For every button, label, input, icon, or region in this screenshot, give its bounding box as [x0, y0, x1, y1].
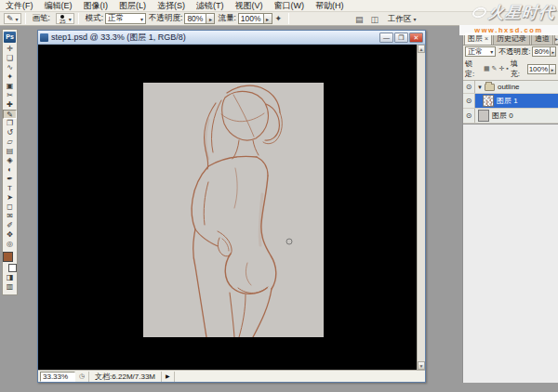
- layer-name[interactable]: 图层 0: [492, 111, 513, 121]
- opacity-input[interactable]: 80%: [184, 13, 206, 24]
- chevron-down-icon: ▾: [16, 16, 19, 22]
- document-content-area[interactable]: ▲ ▼: [38, 45, 425, 370]
- menu-image[interactable]: 图像(I): [78, 0, 114, 12]
- airbrush-toggle-icon[interactable]: ✦: [275, 14, 283, 23]
- gradient-tool[interactable]: ▤: [3, 147, 17, 156]
- flow-spinner[interactable]: ▸: [264, 13, 272, 24]
- brush-cursor: [286, 239, 292, 244]
- marquee-tool[interactable]: ❏: [3, 54, 17, 63]
- lasso-tool[interactable]: ∿: [3, 63, 17, 72]
- visibility-eye-icon[interactable]: ⊙: [463, 81, 475, 93]
- layer-row[interactable]: ⊙ 图层 0: [463, 109, 558, 124]
- layer-thumbnail[interactable]: [483, 95, 494, 107]
- tab-history[interactable]: 历史记录: [493, 32, 530, 45]
- lock-image-icon[interactable]: ✎: [492, 65, 498, 72]
- chevron-down-icon: ▾: [490, 48, 493, 55]
- palette-well-icon[interactable]: ▤: [352, 15, 367, 24]
- menu-view[interactable]: 视图(V): [230, 0, 269, 12]
- brush-preview-icon: 25: [60, 15, 66, 23]
- bridge-icon[interactable]: ◫: [367, 15, 383, 24]
- menu-window[interactable]: 窗口(W): [269, 0, 311, 12]
- folder-icon: [485, 84, 495, 91]
- visibility-eye-icon[interactable]: ⊙: [463, 109, 475, 123]
- healing-brush-tool[interactable]: ✚: [3, 100, 17, 110]
- minimize-button[interactable]: —: [379, 33, 393, 43]
- background-color-swatch[interactable]: [8, 264, 17, 272]
- opacity-spinner[interactable]: ▸: [206, 13, 215, 24]
- tool-options-bar: ✎ ▾ 画笔: 25 ▾ 模式: 正常 ▾ 不透明度: 80% ▸ 流量: 10…: [0, 12, 558, 26]
- history-brush-tool[interactable]: ↺: [3, 128, 17, 137]
- vertical-scrollbar[interactable]: ▲ ▼: [417, 45, 425, 370]
- menu-layer[interactable]: 图层(L): [113, 0, 152, 12]
- document-title-bar[interactable]: step1.psd @ 33.3% (图层 1, RGB/8) — ❐ ✕: [38, 31, 425, 45]
- group-name[interactable]: outline: [498, 83, 520, 91]
- type-tool[interactable]: T: [3, 184, 17, 193]
- visibility-eye-icon[interactable]: ⊙: [463, 94, 475, 108]
- path-selection-tool[interactable]: ➤: [3, 193, 17, 203]
- blend-mode-select[interactable]: 正常 ▾: [105, 13, 146, 24]
- tab-close-icon[interactable]: ×: [485, 35, 488, 42]
- lock-all-icon[interactable]: ▪: [506, 65, 508, 72]
- scroll-up-icon[interactable]: ▲: [418, 45, 425, 53]
- tab-channels[interactable]: 通道: [531, 32, 553, 45]
- status-flyout-button[interactable]: ▶: [161, 372, 175, 382]
- separator: [78, 13, 79, 24]
- screen-mode-icon[interactable]: ▥: [3, 282, 17, 292]
- layer-opacity-spinner[interactable]: ▸: [551, 46, 556, 57]
- quick-mask-icon[interactable]: ◨: [3, 273, 17, 282]
- brush-tool-icon: ✎: [7, 14, 14, 23]
- layer-opacity-input[interactable]: 80%: [532, 46, 551, 57]
- lock-transparency-icon[interactable]: ▦: [484, 65, 490, 72]
- slice-tool[interactable]: ✂: [3, 91, 17, 100]
- tab-layers[interactable]: 图层 ×: [464, 32, 492, 45]
- layer-blend-mode-select[interactable]: 正常 ▾: [465, 46, 496, 57]
- tool-preset-picker[interactable]: ✎ ▾: [4, 13, 21, 24]
- shape-tool[interactable]: ◻: [3, 203, 17, 212]
- blur-tool[interactable]: ◈: [3, 156, 17, 165]
- zoom-tool[interactable]: ◎: [3, 240, 17, 249]
- blend-mode-row: 正常 ▾ 不透明度: 80% ▸: [463, 46, 558, 58]
- notes-tool[interactable]: ✉: [3, 212, 17, 221]
- canvas[interactable]: [143, 83, 324, 337]
- brush-tool[interactable]: ✎: [3, 110, 17, 119]
- foreground-color-swatch[interactable]: [3, 252, 13, 262]
- layer-name[interactable]: 图层 1: [497, 96, 518, 106]
- move-tool[interactable]: ✛: [3, 45, 17, 54]
- clone-stamp-tool[interactable]: ❐: [3, 119, 17, 128]
- close-button[interactable]: ✕: [409, 33, 423, 43]
- zoom-level-input[interactable]: 33.33%: [40, 372, 75, 382]
- scroll-down-icon[interactable]: ▼: [418, 361, 425, 370]
- layer-group-row[interactable]: ⊙ ▼ outline: [463, 81, 558, 94]
- panel-menu-icon[interactable]: ▸: [554, 34, 558, 45]
- group-expander-icon[interactable]: ▼: [477, 85, 483, 90]
- magic-wand-tool[interactable]: ✦: [3, 72, 17, 82]
- menu-help[interactable]: 帮助(H): [310, 0, 350, 12]
- layer-row-selected[interactable]: ⊙ 图层 1: [463, 94, 558, 109]
- restore-button[interactable]: ❐: [394, 33, 408, 43]
- chevron-down-icon: ▾: [414, 16, 417, 22]
- flow-input[interactable]: 100%: [238, 13, 264, 24]
- psd-file-icon: [40, 33, 48, 42]
- opacity-label: 不透明度:: [149, 13, 182, 24]
- eyedropper-tool[interactable]: ✐: [3, 221, 17, 230]
- fill-label: 填充:: [511, 59, 527, 79]
- separator: [288, 13, 289, 24]
- eraser-tool[interactable]: ▱: [3, 137, 17, 147]
- fill-spinner[interactable]: ▸: [550, 64, 556, 74]
- workspace-button[interactable]: 工作区 ▾: [388, 14, 417, 25]
- menu-filter[interactable]: 滤镜(T): [191, 0, 230, 12]
- crop-tool[interactable]: ▣: [3, 82, 17, 91]
- brush-preset-picker[interactable]: 25 ▾: [56, 13, 74, 24]
- layer-thumbnail[interactable]: [478, 110, 489, 122]
- pen-tool[interactable]: ✒: [3, 175, 17, 184]
- menu-select[interactable]: 选择(S): [152, 0, 191, 12]
- panel-dock: 图层 × 历史记录 通道 ▸ 正常 ▾ 不透明度: 80% ▸ 锁定: ▦: [462, 33, 558, 383]
- fill-input[interactable]: 100%: [527, 64, 550, 74]
- flow-label: 流量:: [218, 13, 235, 24]
- layer-opacity-label: 不透明度:: [498, 46, 530, 57]
- hand-tool[interactable]: ✥: [3, 230, 17, 240]
- lock-position-icon[interactable]: ✛: [498, 65, 504, 72]
- menu-file[interactable]: 文件(F): [0, 0, 39, 12]
- menu-edit[interactable]: 编辑(E): [39, 0, 78, 12]
- dodge-tool[interactable]: ◐: [3, 165, 17, 175]
